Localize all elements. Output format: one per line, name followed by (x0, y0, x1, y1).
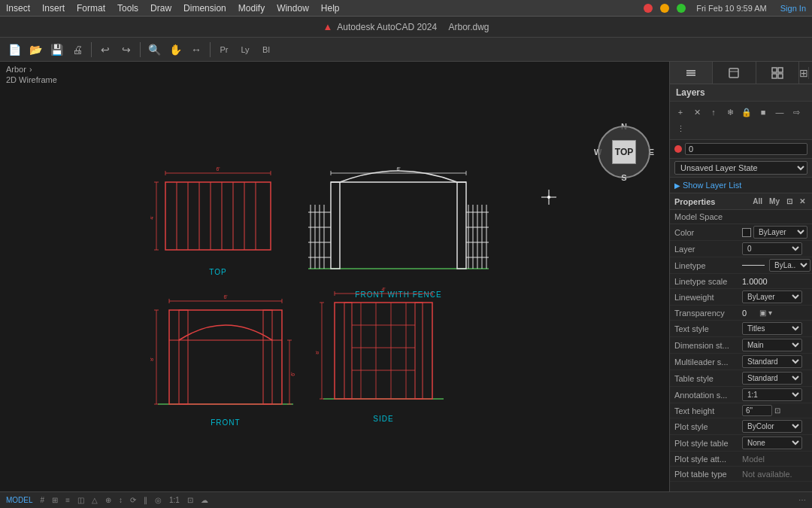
compass-top-label: TOP (612, 140, 636, 164)
menu-item-insert[interactable]: Insert (42, 3, 65, 14)
linetype-btn[interactable]: — (772, 105, 787, 120)
status-qp[interactable]: ◎ (155, 496, 162, 504)
transparency-value[interactable]: 0 (742, 309, 757, 318)
file-name: Arbor.dwg (448, 22, 489, 32)
panel-expand-button[interactable]: ⊞ (799, 67, 809, 79)
freeze-layer-btn[interactable]: ❄ (723, 105, 738, 120)
prop-plottabletype-value: Not available. (742, 470, 807, 479)
prop-linetype-scale-value[interactable]: 1.0000 (742, 277, 807, 286)
compass-circle[interactable]: TOP (598, 126, 650, 178)
prop-layer-row: Layer 0 (670, 241, 812, 257)
plotstyle-dropdown[interactable]: ByColor (742, 420, 802, 433)
orbit-button[interactable]: ↔ (186, 41, 206, 59)
show-layer-list-button[interactable]: ▶ Show Layer List (670, 178, 812, 193)
print-button[interactable]: 🖨 (68, 41, 87, 59)
svg-rect-43 (169, 310, 282, 404)
prop-transparency-value: 0 ▣ ▾ (742, 309, 807, 318)
close-dot[interactable] (644, 4, 653, 13)
block-button[interactable]: Bl (256, 41, 276, 59)
more-layer-btn[interactable]: ⋮ (673, 121, 688, 136)
toolbar-sep-2 (140, 42, 141, 57)
svg-rect-0 (165, 182, 271, 250)
prop-close-btn[interactable]: ✕ (797, 196, 807, 206)
prop-textstyle-row: Text style Titles (670, 321, 812, 337)
sign-in-button[interactable]: Sign In (780, 4, 806, 13)
status-dyn[interactable]: ⟳ (130, 496, 136, 504)
dimstyle-dropdown[interactable]: Main (742, 339, 802, 351)
layers-tab[interactable] (670, 62, 713, 84)
status-annotation[interactable]: ⊡ (187, 496, 193, 504)
annotation-dropdown[interactable]: 1:1 (742, 388, 802, 401)
plotstyletable-dropdown[interactable]: None (742, 437, 802, 449)
menu-item-draw[interactable]: Draw (150, 3, 171, 14)
multileader-dropdown[interactable]: Standard (742, 355, 802, 368)
prop-plottabletype-label: Plot table type (674, 470, 742, 479)
prop-settings-btn[interactable]: ⊡ (784, 196, 795, 206)
save-button[interactable]: 💾 (47, 41, 66, 59)
status-customize[interactable]: ⋯ (798, 496, 806, 504)
redo-button[interactable]: ↪ (117, 41, 136, 59)
tablestyle-dropdown[interactable]: Standard (742, 372, 802, 385)
status-ortho[interactable]: ≡ (65, 496, 70, 504)
properties-button[interactable]: Pr (214, 41, 234, 59)
status-ducs[interactable]: ↕ (119, 496, 123, 504)
undo-button[interactable]: ↩ (95, 41, 115, 59)
views-tab[interactable] (756, 62, 799, 84)
menu-item-help[interactable]: Help (321, 3, 340, 14)
maximize-dot[interactable] (677, 4, 686, 13)
status-scale[interactable]: 1:1 (169, 496, 180, 504)
status-workspace[interactable]: ☁ (201, 496, 208, 504)
merge-layer-btn[interactable]: ⇨ (789, 105, 804, 120)
lock-layer-btn[interactable]: 🔒 (739, 105, 754, 120)
status-polar[interactable]: ◫ (77, 496, 84, 504)
color-btn[interactable]: ■ (756, 105, 771, 120)
menu-item-window[interactable]: Window (277, 3, 309, 14)
svg-rect-18 (331, 182, 340, 269)
new-layer-btn[interactable]: + (673, 105, 688, 120)
top-view-label: TOP (150, 268, 286, 276)
layer-state-dropdown[interactable]: Unsaved Layer State (674, 161, 807, 175)
svg-rect-84 (778, 68, 783, 72)
color-dropdown[interactable]: ByLayer (753, 226, 807, 239)
zoom-extents-button[interactable]: 🔍 (144, 41, 164, 59)
linetype-dropdown[interactable]: ByLa... (769, 259, 810, 272)
layer-button[interactable]: Ly (235, 41, 255, 59)
menu-item-insert[interactable]: Insect (6, 3, 30, 14)
svg-text:6': 6' (223, 295, 227, 300)
minimize-dot[interactable] (660, 4, 669, 13)
new-button[interactable]: 📄 (5, 41, 24, 59)
move-to-current-btn[interactable]: ↑ (706, 105, 721, 120)
status-snap[interactable]: ⊞ (52, 496, 58, 504)
status-model[interactable]: MODEL (6, 496, 33, 504)
prop-textheight-value: ⊡ (742, 405, 807, 416)
lineweight-dropdown[interactable]: ByLayer (742, 291, 802, 303)
transparency-arrow[interactable]: ▾ (768, 309, 772, 317)
prop-layer-value: 0 (742, 242, 807, 255)
svg-text:8': 8' (150, 357, 154, 360)
menu-item-dimension[interactable]: Dimension (183, 3, 226, 14)
menu-item-format[interactable]: Format (77, 3, 105, 14)
svg-rect-60 (335, 303, 432, 399)
status-lineweight[interactable]: ∥ (144, 496, 147, 504)
right-panel: ⊞ Layers + ✕ ↑ ❄ 🔒 ■ — ⇨ ⋮ Unsaved Laye (669, 62, 812, 491)
prop-scope-all[interactable]: All (750, 196, 765, 206)
status-otrack[interactable]: ⊕ (105, 496, 111, 504)
prop-scope-my[interactable]: My (767, 196, 782, 206)
layer-number-input[interactable] (685, 143, 807, 155)
prop-plotstyle-row: Plot style ByColor (670, 418, 812, 435)
transparency-icon: ▣ (759, 309, 766, 317)
display-tab[interactable] (713, 62, 756, 84)
status-osnap[interactable]: △ (92, 496, 98, 504)
textheight-input[interactable] (742, 405, 772, 416)
canvas-area[interactable]: Arbor › 2D Wireframe N W E TOP S (0, 62, 669, 491)
delete-layer-btn[interactable]: ✕ (689, 105, 704, 120)
open-button[interactable]: 📂 (26, 41, 45, 59)
menu-item-modify[interactable]: Modify (238, 3, 265, 14)
svg-rect-45 (263, 310, 272, 404)
pan-button[interactable]: ✋ (165, 41, 185, 59)
status-grid[interactable]: # (41, 496, 45, 504)
menu-item-tools[interactable]: Tools (117, 3, 138, 14)
properties-section: Properties All My ⊡ ✕ Model Space Color … (670, 193, 812, 491)
layer-dropdown[interactable]: 0 (742, 242, 802, 255)
textstyle-dropdown[interactable]: Titles (742, 322, 802, 335)
